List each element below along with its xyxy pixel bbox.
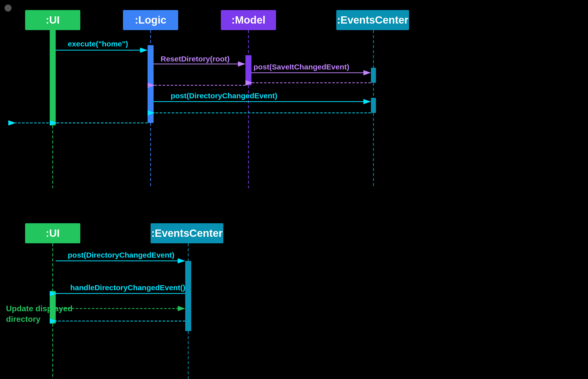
actor-logic-top: :Logic — [123, 10, 178, 30]
note-update-displayed: Update displayeddirectory — [6, 304, 73, 324]
activation-events-top-2 — [371, 98, 376, 113]
label-execute: execute("home") — [68, 40, 128, 48]
label-post-save: post(SaveItChangedEvent) — [253, 63, 349, 71]
activation-ui-top — [50, 30, 56, 125]
label-post-dir-bot: post(DirectoryChangedEvent) — [68, 251, 174, 259]
actor-events-top: :EventsCenter — [336, 10, 409, 30]
label-handle-dir: handleDirectoryChangedEvent() — [70, 283, 185, 292]
actor-events-bot: :EventsCenter — [151, 223, 223, 243]
corner-circle — [5, 5, 12, 12]
label-post-directory-changed: post(DirectoryChangedEvent) — [171, 92, 277, 100]
actor-ui-top: :UI — [25, 10, 80, 30]
activation-logic-top — [148, 45, 154, 123]
label-reset-directory: ResetDiretory(root) — [161, 55, 230, 63]
activation-events-bot — [185, 261, 191, 331]
arrows-svg — [0, 0, 588, 379]
activation-model-top — [245, 55, 251, 85]
diagram-container: :UI :Logic :Model :EventsCenter :UI :Eve… — [0, 0, 588, 379]
actor-ui-bot: :UI — [25, 223, 80, 243]
actor-model-top: :Model — [221, 10, 276, 30]
activation-events-top-1 — [371, 68, 376, 83]
